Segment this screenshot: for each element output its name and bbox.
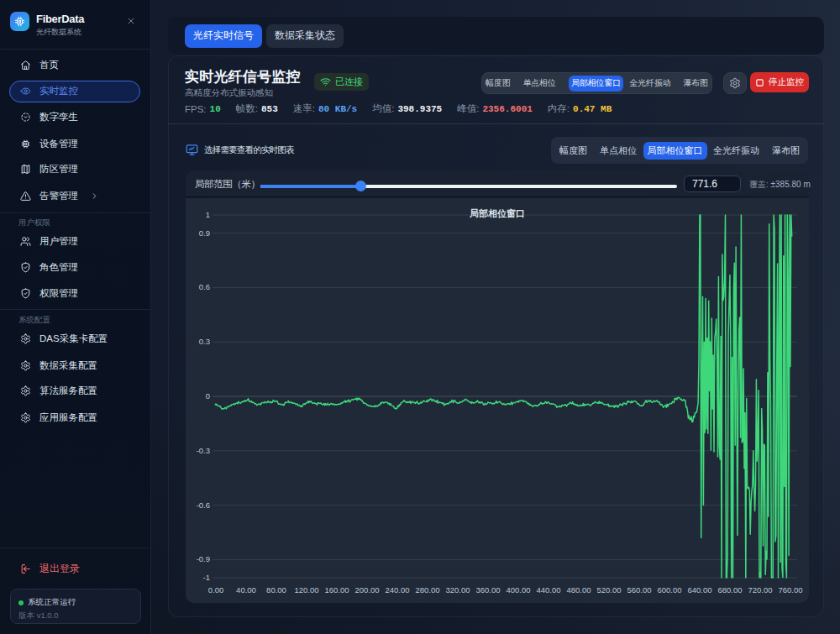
- svg-text:120.00: 120.00: [294, 585, 318, 595]
- svg-text:480.00: 480.00: [566, 585, 591, 595]
- svg-text:-0.6: -0.6: [197, 500, 210, 510]
- svg-text:280.00: 280.00: [415, 585, 439, 595]
- svg-text:-0.3: -0.3: [197, 446, 210, 455]
- svg-text:240.00: 240.00: [385, 585, 409, 595]
- svg-text:-1: -1: [203, 573, 210, 582]
- svg-text:40.00: 40.00: [236, 585, 256, 595]
- svg-text:-0.9: -0.9: [197, 554, 210, 563]
- svg-text:560.00: 560.00: [627, 585, 651, 595]
- svg-text:360.00: 360.00: [475, 585, 500, 595]
- svg-text:640.00: 640.00: [687, 585, 711, 595]
- svg-text:520.00: 520.00: [596, 585, 621, 595]
- svg-text:0: 0: [206, 391, 210, 401]
- svg-text:0.3: 0.3: [199, 337, 210, 346]
- svg-text:0.6: 0.6: [199, 282, 210, 291]
- svg-text:80.00: 80.00: [266, 585, 286, 595]
- svg-text:0.9: 0.9: [199, 228, 210, 238]
- svg-text:160.00: 160.00: [324, 585, 349, 595]
- svg-text:600.00: 600.00: [657, 585, 681, 595]
- svg-text:680.00: 680.00: [717, 585, 742, 595]
- svg-text:720.00: 720.00: [748, 585, 772, 595]
- svg-text:0.00: 0.00: [208, 585, 224, 595]
- svg-text:1: 1: [206, 210, 210, 219]
- svg-text:400.00: 400.00: [506, 585, 530, 595]
- svg-text:440.00: 440.00: [536, 585, 560, 595]
- svg-text:760.00: 760.00: [778, 585, 802, 595]
- svg-text:200.00: 200.00: [354, 585, 379, 595]
- svg-text:320.00: 320.00: [445, 585, 470, 595]
